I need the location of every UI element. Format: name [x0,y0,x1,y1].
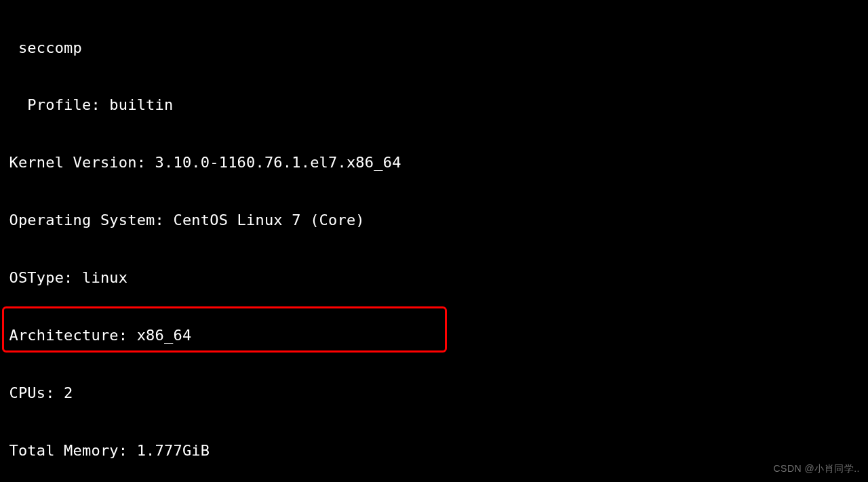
line-cpus: CPUs: 2 [0,384,868,403]
terminal-window[interactable]: seccomp Profile: builtin Kernel Version:… [0,0,868,482]
line-seccomp-profile: Profile: builtin [0,96,868,115]
line-total-memory: Total Memory: 1.777GiB [0,441,868,460]
line-seccomp: seccomp [0,39,868,58]
line-os-type: OSType: linux [0,268,868,287]
line-architecture: Architecture: x86_64 [0,326,868,345]
line-operating-system: Operating System: CentOS Linux 7 (Core) [0,211,868,230]
line-kernel-version: Kernel Version: 3.10.0-1160.76.1.el7.x86… [0,153,868,172]
watermark: CSDN @小肖同学.. [773,459,860,478]
